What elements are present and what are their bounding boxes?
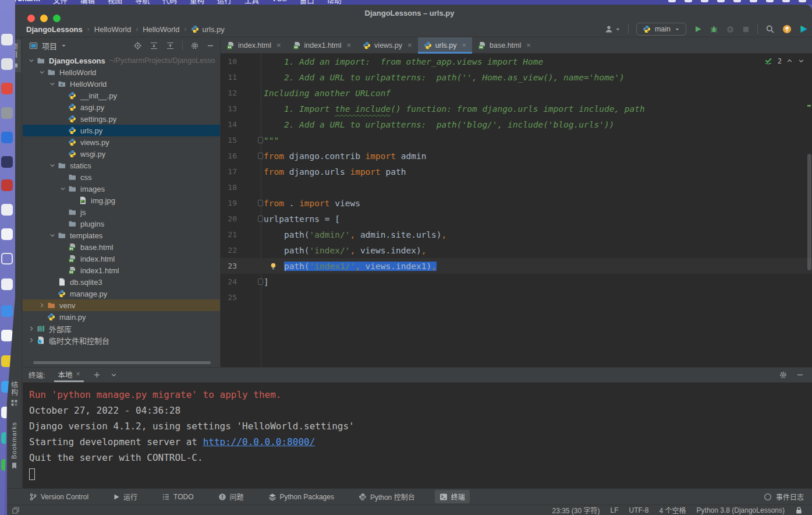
- tool-stripe-bookmarks-button[interactable]: Bookmarks: [7, 418, 21, 473]
- tab-index.html[interactable]: index.html×: [221, 37, 287, 53]
- chevron-down-icon[interactable]: [37, 69, 46, 76]
- terminal-dropdown-icon[interactable]: [110, 371, 118, 379]
- dock-app-icon[interactable]: [1, 278, 13, 290]
- typo-stripe-mark[interactable]: [807, 105, 811, 107]
- menu-item-item[interactable]: 代码: [162, 0, 177, 5]
- tree-item-views.py[interactable]: views.py: [23, 136, 220, 148]
- event-log-button[interactable]: 事件日志: [764, 492, 804, 502]
- hide-terminal-button[interactable]: [796, 371, 804, 379]
- vertical-scrollbar[interactable]: [807, 154, 811, 270]
- search-everywhere-button[interactable]: [765, 24, 775, 34]
- tree-item-statics[interactable]: statics: [23, 160, 220, 171]
- menu-item-item[interactable]: 帮助: [327, 0, 342, 5]
- dock-app-icon[interactable]: [1, 156, 13, 168]
- gear-icon[interactable]: [779, 371, 788, 379]
- breadcrumb-item-urls.py[interactable]: urls.py: [191, 25, 224, 34]
- code-line-24[interactable]: 24]: [221, 274, 812, 290]
- menu-item-item[interactable]: 导航: [135, 0, 150, 5]
- code-line-10[interactable]: 10 1. Add an import: from other_app.view…: [221, 54, 812, 69]
- user-menu[interactable]: [604, 24, 620, 34]
- tree-item-init-.py[interactable]: __init__.py: [23, 90, 220, 101]
- code-line-11[interactable]: 11 2. Add a URL to urlpatterns: path('',…: [221, 69, 812, 85]
- terminal-tab-local[interactable]: 本地 ×: [54, 368, 83, 382]
- menu-item-vcs[interactable]: VCS: [272, 0, 287, 5]
- dock-app-icon[interactable]: [1, 179, 13, 191]
- menubar-status-icon[interactable]: [733, 0, 741, 2]
- tree-item-main.py[interactable]: main.py: [23, 311, 220, 323]
- fold-marker-icon[interactable]: [258, 278, 263, 285]
- ide-gradient-logo-icon[interactable]: [799, 24, 809, 34]
- tree-item-images[interactable]: images: [23, 183, 220, 195]
- code-line-12[interactable]: 12Including another URLconf: [221, 85, 812, 101]
- close-icon[interactable]: ×: [407, 41, 412, 50]
- tree-item-templates[interactable]: templates: [23, 230, 220, 241]
- tree-item-index1.html[interactable]: index1.html: [23, 264, 220, 276]
- run-configuration-selector[interactable]: main: [636, 23, 686, 36]
- terminal-output[interactable]: Run 'python manage.py migrate' to apply …: [23, 383, 812, 481]
- tree-item-plugins[interactable]: plugins: [23, 218, 220, 230]
- menubar-status-icon[interactable]: [717, 0, 725, 2]
- tree-item-helloworld[interactable]: HelloWorld: [23, 66, 220, 78]
- tree-item-helloworld[interactable]: HelloWorld: [23, 78, 220, 90]
- tool-window-button-python-packages[interactable]: Python Packages: [264, 491, 339, 503]
- code-line-19[interactable]: 19from . import views: [221, 195, 812, 211]
- select-opened-file-button[interactable]: [133, 41, 142, 50]
- next-problem-icon[interactable]: [797, 57, 805, 65]
- dock-app-icon[interactable]: [1, 305, 13, 317]
- menu-item-item[interactable]: 运行: [217, 0, 232, 5]
- fold-marker-icon[interactable]: [258, 200, 263, 206]
- menubar-status-icon[interactable]: [701, 0, 708, 2]
- tool-window-button-todo[interactable]: TODO: [157, 491, 198, 503]
- fold-marker-icon[interactable]: [258, 153, 263, 159]
- tree-item-css[interactable]: css: [23, 171, 220, 183]
- menubar-status-icon[interactable]: [750, 0, 757, 2]
- tree-item-wsgi.py[interactable]: wsgi.py: [23, 148, 220, 160]
- tree-item-manage.py[interactable]: manage.py: [23, 288, 220, 299]
- code-line-25[interactable]: 25: [221, 290, 812, 305]
- breadcrumb-item-helloworld[interactable]: HelloWorld: [94, 25, 131, 34]
- debug-button[interactable]: [710, 25, 718, 34]
- breadcrumb-item-helloworld[interactable]: HelloWorld: [143, 25, 179, 34]
- tab-views.py[interactable]: views.py×: [357, 37, 418, 53]
- menubar-status-icon[interactable]: [668, 0, 676, 2]
- code-line-17[interactable]: 17from django.urls import path: [221, 164, 812, 179]
- chevron-down-icon[interactable]: [48, 80, 56, 87]
- close-icon[interactable]: ×: [347, 41, 352, 50]
- tool-window-button-item[interactable]: 问题: [214, 490, 249, 503]
- code-line-21[interactable]: 21 path('admin/', admin.site.urls),: [221, 227, 812, 242]
- menubar-status-icon[interactable]: [766, 0, 774, 2]
- terminal-link[interactable]: http://0.0.0.0:8000/: [203, 436, 315, 447]
- chevron-down-icon[interactable]: [48, 162, 56, 169]
- menu-item-item[interactable]: 工具: [244, 0, 259, 5]
- chevron-down-icon[interactable]: [48, 232, 56, 239]
- tab-urls.py[interactable]: urls.py×: [418, 37, 472, 53]
- menubar-status-icon[interactable]: [799, 0, 806, 2]
- expand-all-button[interactable]: [150, 41, 158, 50]
- inspections-widget[interactable]: 2: [764, 57, 805, 65]
- menu-item-item[interactable]: 编辑: [80, 0, 95, 5]
- tool-window-switcher-icon[interactable]: [12, 506, 20, 514]
- close-icon[interactable]: ×: [462, 41, 466, 50]
- dock-app-icon[interactable]: [1, 253, 13, 264]
- menu-item-item[interactable]: 视图: [108, 0, 122, 5]
- collapse-all-button[interactable]: [166, 41, 175, 50]
- run-button[interactable]: [694, 25, 702, 33]
- status-widget-python-3.8-djangolessons[interactable]: Python 3.8 (DjangoLessons): [697, 506, 785, 514]
- menu-item-item[interactable]: 重构: [190, 0, 204, 5]
- menu-item-item[interactable]: 窗口: [300, 0, 314, 5]
- tool-window-button-version-control[interactable]: Version Control: [24, 491, 93, 503]
- new-terminal-button[interactable]: [93, 371, 101, 379]
- code-line-23[interactable]: 23 path('index1/', views.index1),: [221, 258, 812, 274]
- project-panel-title[interactable]: 项目: [42, 40, 57, 51]
- tree-item-djangolessons[interactable]: DjangoLessons~/PycharmProjects/DjangoLes…: [23, 55, 220, 66]
- tree-item-asgi.py[interactable]: asgi.py: [23, 101, 220, 113]
- code-line-15[interactable]: 15""": [221, 132, 812, 148]
- tree-item-settings.py[interactable]: settings.py: [23, 113, 220, 125]
- code-line-14[interactable]: 14 2. Add a URL to urlpatterns: path('bl…: [221, 117, 812, 132]
- tab-index1.html[interactable]: index1.html×: [287, 37, 357, 53]
- status-widget-23-35-30[interactable]: 23:35 (30 字符): [552, 505, 600, 515]
- dock-app-icon[interactable]: [1, 58, 13, 70]
- tree-item-img.jpg[interactable]: img.jpg: [23, 195, 220, 206]
- chevron-down-icon[interactable]: [27, 57, 36, 64]
- fold-marker-icon[interactable]: [258, 216, 263, 222]
